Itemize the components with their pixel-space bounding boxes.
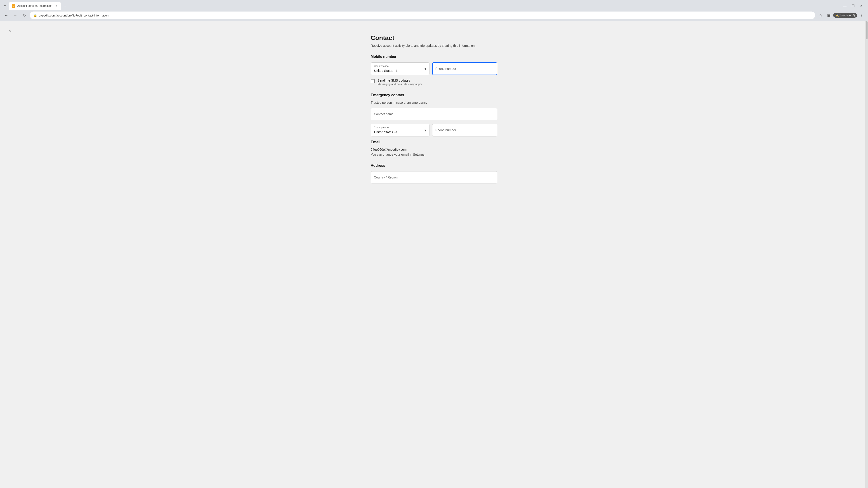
active-tab[interactable]: E Account personal information × xyxy=(9,2,61,10)
refresh-button[interactable]: ↻ xyxy=(21,12,28,19)
scrollbar[interactable] xyxy=(865,21,868,488)
sms-checkbox-row: Send me SMS updates Messaging and data r… xyxy=(371,78,497,86)
emergency-phone-input[interactable] xyxy=(432,124,497,136)
page-title: Contact xyxy=(371,34,497,41)
address-title: Address xyxy=(371,164,497,168)
country-region-wrapper: Country / Region xyxy=(371,171,497,184)
browser-chrome: ▾ E Account personal information × + — ❐… xyxy=(0,0,868,21)
close-page-button[interactable]: × xyxy=(6,27,14,35)
mobile-phone-wrapper: Phone number xyxy=(432,62,497,75)
tab-title: Account personal information xyxy=(17,4,52,7)
address-section: Address Country / Region xyxy=(371,164,497,184)
window-controls: — ❐ × xyxy=(842,3,866,9)
tab-close-button[interactable]: × xyxy=(54,4,58,8)
emergency-phone-field: Phone number xyxy=(432,124,497,136)
address-input-row: Country / Region xyxy=(371,171,497,184)
email-section: Email 24ee050e@moodjoy.com You can chang… xyxy=(371,140,497,156)
nav-bar: ← → ↻ 🔒 expedia.com/account/profile?edit… xyxy=(0,10,868,21)
bookmark-button[interactable]: ☆ xyxy=(817,12,824,19)
emergency-contact-title: Emergency contact xyxy=(371,93,497,97)
forward-button[interactable]: → xyxy=(12,12,19,19)
mobile-number-section: Mobile number Country code United States… xyxy=(371,55,497,86)
sms-checkbox-sublabel: Messaging and data rates may apply. xyxy=(377,83,423,86)
email-title: Email xyxy=(371,140,497,144)
mobile-phone-input[interactable] xyxy=(432,62,497,75)
incognito-badge[interactable]: 🕵 Incognito (2) xyxy=(833,13,857,18)
minimize-button[interactable]: — xyxy=(842,3,848,9)
contact-name-field: Contact name xyxy=(371,108,497,120)
mobile-country-code-wrapper: Country code United States +1 xyxy=(371,62,430,75)
sms-label-group: Send me SMS updates Messaging and data r… xyxy=(377,78,423,86)
page-wrapper: × Contact Receive account activity alert… xyxy=(0,21,868,488)
more-menu-button[interactable]: ⋮ xyxy=(858,12,865,19)
sidebar-button[interactable]: ▣ xyxy=(825,12,832,19)
mobile-country-code-field: Country code United States +1 xyxy=(371,62,430,75)
emergency-phone-row: Country code United States +1 Phone numb… xyxy=(371,124,497,136)
email-value: 24ee050e@moodjoy.com xyxy=(371,148,497,151)
mobile-number-title: Mobile number xyxy=(371,55,497,59)
close-window-button[interactable]: × xyxy=(858,3,864,9)
maximize-button[interactable]: ❐ xyxy=(850,3,856,9)
country-region-input[interactable] xyxy=(371,171,497,184)
mobile-number-row: Country code United States +1 Phone numb… xyxy=(371,62,497,75)
nav-actions: ☆ ▣ 🕵 Incognito (2) ⋮ xyxy=(817,12,865,19)
mobile-phone-field: Phone number xyxy=(432,62,497,75)
scrollbar-thumb[interactable] xyxy=(866,21,868,39)
emergency-country-code-field: Country code United States +1 xyxy=(371,124,430,136)
sms-checkbox-label: Send me SMS updates xyxy=(377,78,423,82)
emergency-country-code-wrapper: Country code United States +1 xyxy=(371,124,430,136)
emergency-contact-desc: Trusted person in case of an emergency xyxy=(371,101,497,104)
back-button[interactable]: ← xyxy=(3,12,10,19)
tab-dropdown-arrow[interactable]: ▾ xyxy=(2,3,8,9)
contact-name-input[interactable] xyxy=(371,108,497,120)
emergency-phone-wrapper: Phone number xyxy=(432,124,497,136)
page-subtitle: Receive account activity alerts and trip… xyxy=(371,44,497,47)
tab-favicon: E xyxy=(12,4,16,8)
emergency-country-code-select[interactable]: United States +1 xyxy=(371,124,430,136)
new-tab-button[interactable]: + xyxy=(62,3,68,9)
address-bar[interactable]: 🔒 expedia.com/account/profile?edit=conta… xyxy=(30,11,815,19)
mobile-country-code-select[interactable]: United States +1 xyxy=(371,62,430,75)
content-area: Contact Receive account activity alerts … xyxy=(366,21,502,197)
security-icon: 🔒 xyxy=(33,14,37,17)
email-change-note: You can change your email in Settings. xyxy=(371,153,497,156)
sms-checkbox[interactable] xyxy=(371,79,375,83)
url-text: expedia.com/account/profile?edit=contact… xyxy=(39,14,811,17)
contact-name-row: Contact name xyxy=(371,108,497,120)
tab-bar: ▾ E Account personal information × + — ❐… xyxy=(0,0,868,10)
emergency-contact-section: Emergency contact Trusted person in case… xyxy=(371,93,497,136)
